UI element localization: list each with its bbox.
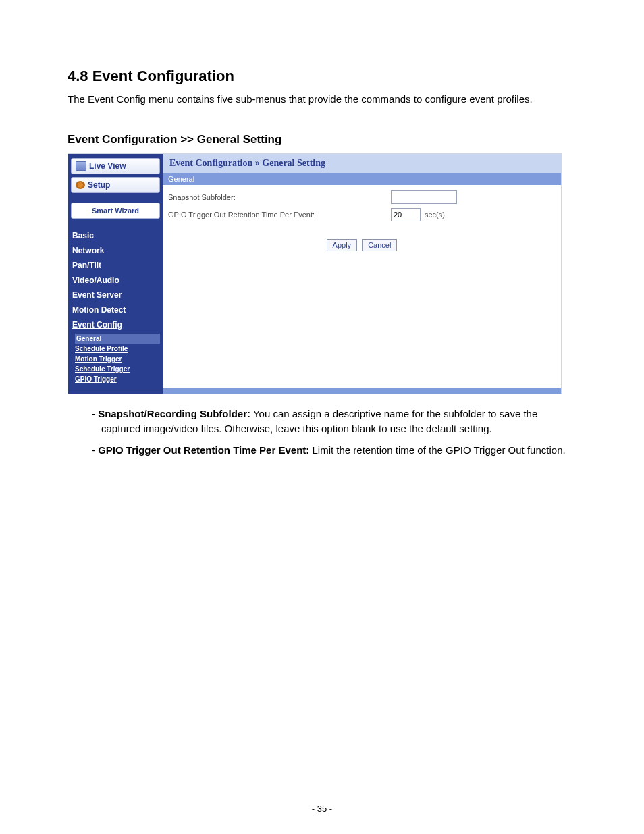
- sidebar-item-basic[interactable]: Basic: [71, 228, 160, 243]
- smart-wizard-button[interactable]: Smart Wizard: [71, 203, 160, 219]
- bottom-bar: [163, 388, 561, 394]
- sidebar-menu: Basic Network Pan/Tilt Video/Audio Event…: [71, 228, 160, 332]
- sidebar-submenu: General Schedule Profile Motion Trigger …: [75, 334, 160, 384]
- subsection-heading: Event Configuration >> General Setting: [68, 133, 576, 147]
- sidebar-item-network[interactable]: Network: [71, 243, 160, 258]
- snapshot-subfolder-label: Snapshot Subfolder:: [168, 193, 391, 201]
- sidebar-item-event-server[interactable]: Event Server: [71, 288, 160, 303]
- sidebar: Live View Setup Smart Wizard Basic Netwo…: [68, 154, 163, 394]
- subitem-schedule-trigger[interactable]: Schedule Trigger: [75, 364, 160, 374]
- bullet-snapshot-label: Snapshot/Recording Subfolder:: [98, 408, 250, 419]
- setup-label: Setup: [88, 180, 110, 190]
- live-view-button[interactable]: Live View: [71, 158, 160, 174]
- apply-button[interactable]: Apply: [327, 239, 358, 251]
- live-view-label: Live View: [89, 161, 126, 171]
- subitem-motion-trigger[interactable]: Motion Trigger: [75, 354, 160, 364]
- snapshot-subfolder-input[interactable]: [391, 190, 457, 204]
- sidebar-item-event-config[interactable]: Event Config: [71, 317, 160, 332]
- bullet-gpio: GPIO Trigger Out Retention Time Per Even…: [92, 443, 576, 458]
- description-list: Snapshot/Recording Subfolder: You can as…: [92, 407, 576, 457]
- gpio-retention-label: GPIO Trigger Out Retention Time Per Even…: [168, 211, 391, 219]
- form-area: Snapshot Subfolder: GPIO Trigger Out Ret…: [163, 185, 561, 388]
- app-screenshot: Live View Setup Smart Wizard Basic Netwo…: [68, 153, 562, 394]
- bullet-gpio-text: Limit the retention time of the GPIO Tri…: [309, 444, 565, 456]
- subitem-schedule-profile[interactable]: Schedule Profile: [75, 344, 160, 354]
- sidebar-item-video-audio[interactable]: Video/Audio: [71, 273, 160, 288]
- section-heading: 4.8 Event Configuration: [68, 68, 576, 85]
- gear-icon: [76, 181, 85, 189]
- subitem-general[interactable]: General: [75, 334, 160, 344]
- camera-icon: [76, 161, 86, 171]
- gpio-retention-unit: sec(s): [425, 211, 445, 219]
- main-panel: Event Configuration » General Setting Ge…: [163, 154, 561, 394]
- section-header: General: [163, 173, 561, 185]
- setup-button[interactable]: Setup: [71, 177, 160, 193]
- bullet-gpio-label: GPIO Trigger Out Retention Time Per Even…: [98, 444, 309, 456]
- gpio-retention-input[interactable]: [391, 208, 421, 221]
- sidebar-item-motion-detect[interactable]: Motion Detect: [71, 303, 160, 317]
- breadcrumb: Event Configuration » General Setting: [163, 154, 561, 173]
- sidebar-item-pan-tilt[interactable]: Pan/Tilt: [71, 258, 160, 273]
- page-number: - 35 -: [0, 804, 644, 814]
- subitem-gpio-trigger[interactable]: GPIO Trigger: [75, 374, 160, 384]
- section-intro: The Event Config menu contains five sub-…: [68, 92, 576, 106]
- cancel-button[interactable]: Cancel: [362, 239, 397, 251]
- bullet-snapshot: Snapshot/Recording Subfolder: You can as…: [92, 407, 576, 436]
